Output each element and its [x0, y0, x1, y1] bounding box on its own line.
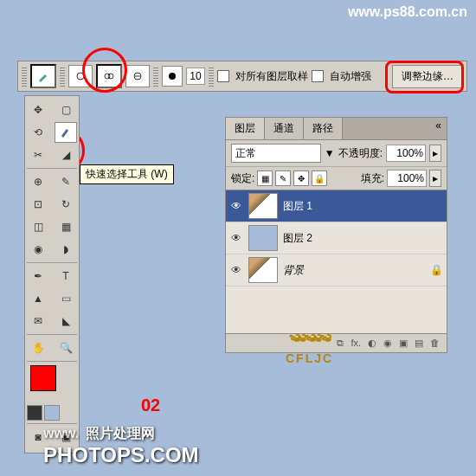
folder-icon[interactable]: ▣ [399, 338, 408, 349]
notes-tool-icon[interactable]: ✉ [27, 311, 49, 331]
auto-enhance-checkbox[interactable] [312, 70, 324, 82]
eraser-tool-icon[interactable]: ◫ [27, 216, 49, 237]
watermark-url: www.ps88.com.cn [348, 4, 467, 20]
new-layer-icon[interactable]: ▤ [415, 338, 423, 349]
brush-tool-icon[interactable]: ✎ [55, 171, 77, 192]
shape-tool-icon[interactable]: ▭ [55, 288, 77, 309]
visibility-icon[interactable]: 👁 [229, 200, 243, 212]
sample-all-checkbox[interactable] [217, 70, 229, 82]
marquee-tool-icon[interactable]: ▢ [55, 100, 77, 120]
step-number: 02 [141, 396, 160, 415]
lock-move-icon[interactable]: ✥ [293, 170, 309, 186]
footer-watermark: www.照片处理网 PHOTOPS.COM [43, 419, 199, 467]
fx-icon[interactable]: fx. [351, 338, 361, 349]
layer-row[interactable]: 👁 图层 1 [226, 190, 447, 222]
lock-label: 锁定: [231, 171, 254, 186]
new-selection-icon[interactable] [68, 65, 93, 87]
options-bar: 10 对所有图层取样 自动增强 调整边缘… [17, 61, 467, 92]
pen-tool-icon[interactable]: ✒ [27, 266, 49, 286]
tab-layers[interactable]: 图层 [226, 118, 265, 139]
tab-channels[interactable]: 通道 [265, 118, 304, 139]
separator [60, 66, 65, 87]
move-tool-icon[interactable]: ✥ [27, 100, 49, 120]
delete-icon[interactable]: 🗑 [430, 338, 440, 349]
visibility-icon[interactable]: 👁 [229, 264, 243, 276]
layer-list: 👁 图层 1 👁 图层 2 👁 背景 🔒 [226, 190, 447, 333]
separator [153, 66, 158, 87]
fill-input[interactable]: 100% [387, 170, 427, 187]
opacity-input[interactable]: 100% [386, 145, 426, 162]
visibility-icon[interactable]: 👁 [229, 232, 243, 244]
type-tool-icon[interactable]: T [55, 266, 77, 286]
layer-row[interactable]: 👁 图层 2 [226, 222, 447, 254]
blend-mode-select[interactable]: 正常 [231, 144, 321, 163]
panel-footer: ⧉ fx. ◐ ◉ ▣ ▤ 🗑 [226, 333, 447, 352]
layer-name[interactable]: 图层 2 [283, 231, 312, 246]
layer-name[interactable]: 背景 [283, 263, 304, 278]
panel-tabs: 图层 通道 路径 « [226, 118, 447, 140]
brush-size-input[interactable]: 10 [186, 68, 205, 85]
mini-swatch[interactable] [27, 405, 42, 421]
gradient-tool-icon[interactable]: ▦ [55, 216, 77, 237]
svg-point-0 [77, 73, 84, 80]
crop-tool-icon[interactable]: ✂ [27, 145, 49, 165]
svg-point-2 [108, 74, 113, 79]
tool-preset-swatch[interactable] [30, 64, 56, 88]
lock-paint-icon[interactable]: ✎ [275, 170, 291, 186]
brush-preview[interactable] [162, 66, 183, 87]
fill-flyout-icon[interactable]: ▸ [429, 170, 441, 187]
mask-icon[interactable]: ◐ [368, 338, 376, 349]
panel-menu-icon[interactable]: « [430, 118, 447, 139]
logo-watermark: ༄༅༄༅༄ CFLJC [286, 329, 333, 365]
layers-panel: 图层 通道 路径 « 正常 ▼ 不透明度: 100% ▸ 锁定: ▦ ✎ ✥ 🔒… [225, 117, 447, 353]
heal-tool-icon[interactable]: ⊕ [27, 171, 49, 192]
adjustment-icon[interactable]: ◉ [383, 338, 392, 349]
grip-icon[interactable] [22, 66, 27, 87]
dodge-tool-icon[interactable]: ◗ [55, 239, 77, 260]
zoom-tool-icon[interactable]: 🔍 [55, 338, 77, 358]
layer-thumb[interactable] [248, 225, 278, 251]
lock-trans-icon[interactable]: ▦ [257, 170, 273, 186]
path-select-icon[interactable]: ▲ [27, 288, 49, 309]
layer-thumb[interactable] [248, 257, 278, 283]
toolbox: ✥▢ ⟲ ✂◢ ⊕✎ ⊡↻ ◫▦ ◉◗ ✒T ▲▭ ✉◣ ✋🔍 ◙▣ [24, 95, 80, 453]
eyedrop-icon[interactable]: ◣ [55, 311, 77, 331]
blur-tool-icon[interactable]: ◉ [27, 239, 49, 260]
tooltip: 快速选择工具 (W) [80, 164, 174, 184]
color-swatches[interactable] [27, 365, 77, 402]
stamp-tool-icon[interactable]: ⊡ [27, 194, 49, 215]
fg-color[interactable] [30, 365, 56, 391]
refine-edge-button[interactable]: 调整边缘… [392, 65, 463, 88]
layer-row[interactable]: 👁 背景 🔒 [226, 254, 447, 286]
add-selection-icon[interactable] [96, 64, 122, 88]
sample-all-label: 对所有图层取样 [235, 69, 308, 84]
lock-icon: 🔒 [430, 264, 443, 276]
tab-paths[interactable]: 路径 [304, 118, 343, 139]
quick-select-tool-icon[interactable] [55, 122, 77, 143]
fill-label: 填充: [361, 171, 384, 186]
lock-all-icon[interactable]: 🔒 [312, 170, 327, 186]
lasso-tool-icon[interactable]: ⟲ [27, 122, 49, 143]
eyedropper-tool-icon[interactable]: ◢ [55, 145, 77, 165]
subtract-selection-icon[interactable] [125, 65, 150, 87]
link-layers-icon[interactable]: ⧉ [337, 338, 344, 349]
auto-enhance-label: 自动增强 [330, 69, 371, 84]
hand-tool-icon[interactable]: ✋ [27, 338, 49, 358]
opacity-label: 不透明度: [338, 146, 383, 161]
layer-thumb[interactable] [248, 193, 278, 219]
separator [209, 66, 214, 87]
history-brush-icon[interactable]: ↻ [55, 194, 77, 215]
opacity-flyout-icon[interactable]: ▸ [429, 145, 441, 162]
layer-name[interactable]: 图层 1 [283, 199, 312, 214]
